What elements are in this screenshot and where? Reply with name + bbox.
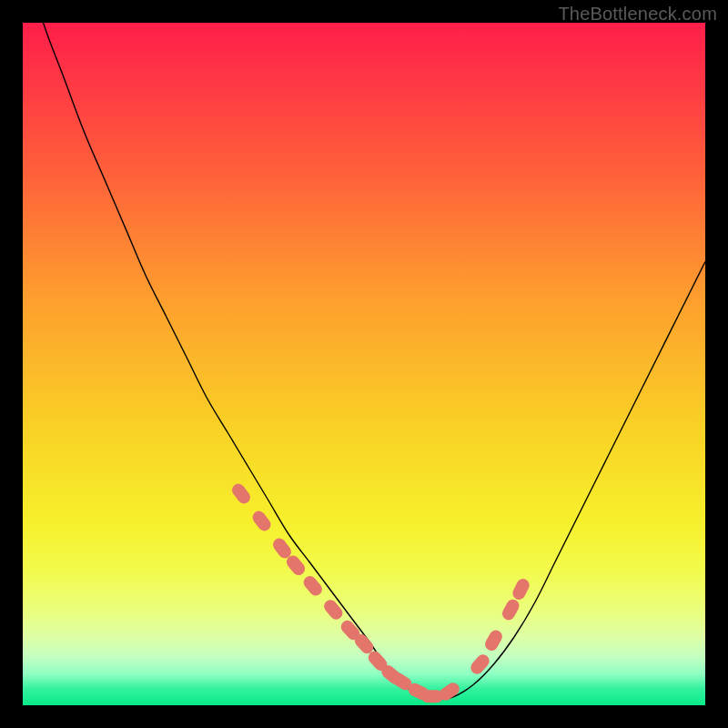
chart-plot [23,23,705,705]
watermark-text: TheBottleneck.com [558,4,717,25]
plot-background [23,23,705,705]
chart-frame: TheBottleneck.com [0,0,728,728]
